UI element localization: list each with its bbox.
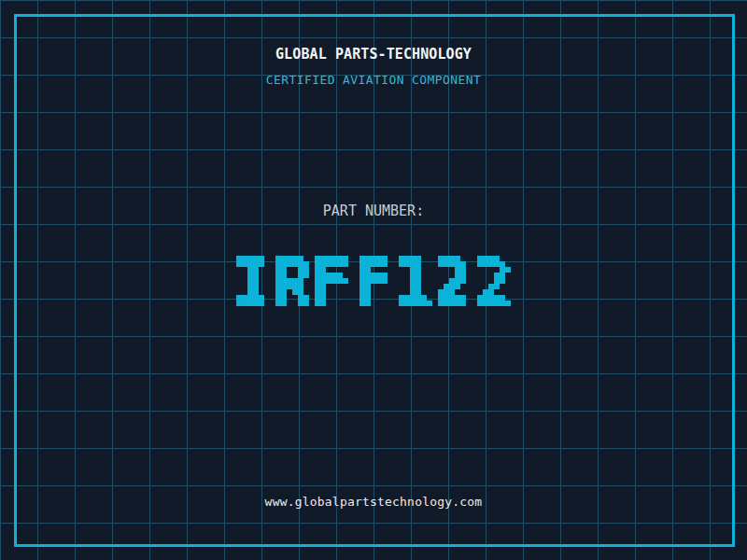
part-number-label: PART NUMBER: [0,204,747,218]
part-number-display [225,233,522,329]
website-url: www.globalpartstechnology.com [0,496,747,508]
certification-subtitle: CERTIFIED AVIATION COMPONENT [0,74,747,86]
company-title: GLOBAL PARTS-TECHNOLOGY [0,48,747,62]
part-number-wrap [0,233,747,329]
blueprint-page: GLOBAL PARTS-TECHNOLOGY CERTIFIED AVIATI… [0,0,747,560]
